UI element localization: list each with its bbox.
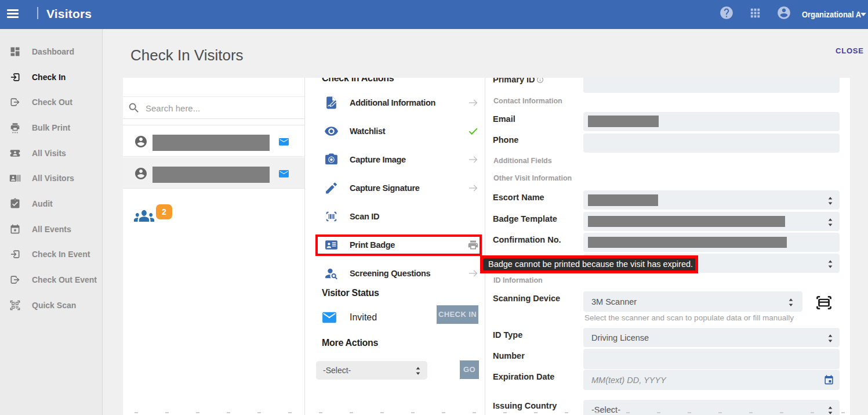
scanning-device-select[interactable]: 3M Scanner (583, 291, 802, 312)
help-icon[interactable] (719, 5, 734, 20)
clipboard-check-icon (9, 198, 21, 210)
sidebar-item-dashboard[interactable]: Dashboard (0, 39, 102, 64)
group-count-badge: 2 (156, 204, 172, 219)
caret-down-icon (860, 13, 866, 16)
badge-template-label: Badge Template (493, 214, 557, 223)
action-capture-image[interactable]: Capture Image (305, 148, 485, 171)
arrow-right-icon (467, 97, 479, 109)
select-arrows-icon (787, 297, 794, 307)
redacted-email (588, 116, 659, 127)
group-visitors-icon[interactable] (134, 210, 154, 222)
sidebar-item-audit[interactable]: Audit (0, 191, 102, 216)
scanner-helper-text: Select the scanner and scan to populate … (584, 313, 794, 322)
sidebar-item-all-visits[interactable]: All Visits (0, 140, 102, 166)
select-arrows-icon (827, 258, 834, 269)
sidebar-item-check-in-event[interactable]: Check In Event (0, 242, 102, 268)
calendar-star-icon (9, 223, 21, 235)
escort-name-label: Escort Name (493, 193, 544, 202)
document-scanner-icon[interactable] (816, 296, 831, 309)
check-in-button[interactable]: CHECK IN (437, 305, 478, 324)
search-input[interactable]: Search here... (146, 103, 200, 113)
check-in-visitors-panel: Search here... 2 Check In Actions Additi… (123, 78, 850, 415)
section-additional-fields: Additional Fields (493, 157, 552, 165)
expiration-date-input[interactable]: MM(text) DD, YYYY (583, 370, 840, 390)
visitor-row[interactable] (123, 125, 304, 157)
email-input[interactable] (583, 112, 840, 131)
more-actions-select[interactable]: -Select- (316, 361, 427, 380)
primary-id-label: Primary ID (493, 78, 544, 84)
badge-template-select[interactable] (583, 212, 840, 231)
redacted-name (152, 135, 270, 151)
number-label: Number (493, 351, 525, 360)
action-capture-signature[interactable]: Capture Signature (305, 176, 485, 200)
email-label: Email (493, 114, 515, 124)
issuing-country-label: Issuing Country (493, 401, 557, 410)
mail-icon (279, 169, 289, 177)
sidebar-item-quick-scan[interactable]: Quick Scan (0, 293, 102, 318)
account-icon[interactable] (776, 5, 791, 20)
apps-grid-icon[interactable] (749, 6, 762, 20)
qr-scan-icon (9, 299, 21, 311)
avatar-icon (134, 167, 148, 181)
action-print-badge[interactable]: Print Badge (305, 233, 485, 257)
info-icon[interactable] (536, 78, 544, 84)
sidebar-item-check-in[interactable]: Check In (0, 64, 102, 90)
id-type-select[interactable]: Driving License (583, 328, 840, 347)
mail-icon (322, 310, 337, 325)
select-arrows-icon (827, 195, 834, 205)
redacted-confirmation (588, 237, 787, 248)
action-watchlist[interactable]: Watchlist (305, 120, 485, 143)
scanning-device-label: Scanning Device (493, 294, 560, 303)
app-title: Visitors (46, 7, 92, 21)
actions-title: Check In Actions (322, 78, 394, 84)
visitor-list-column: Search here... 2 (123, 78, 305, 415)
mail-icon (279, 138, 289, 145)
login-icon (9, 248, 21, 260)
sidebar: Dashboard Check In Check Out Bulk Print … (0, 29, 103, 415)
contacts-card-icon (9, 172, 21, 184)
printer-dots-icon (9, 122, 21, 133)
sidebar-item-check-out[interactable]: Check Out (0, 89, 102, 115)
search-icon (128, 102, 140, 114)
id-type-label: ID Type (493, 330, 522, 340)
escort-name-select[interactable] (583, 190, 840, 210)
action-screening-questions[interactable]: Screening Questions (305, 262, 485, 285)
go-button[interactable]: GO (460, 360, 479, 379)
person-search-icon (324, 266, 339, 281)
check-icon (467, 125, 479, 137)
print-badge-tooltip: Badge cannot be printed because the visi… (480, 255, 698, 273)
sidebar-item-bulk-print[interactable]: Bulk Print (0, 115, 102, 140)
number-input[interactable] (583, 349, 840, 369)
page-title: Check In Visitors (130, 46, 244, 64)
top-bar: Visitors Organizational A (0, 0, 868, 29)
sidebar-item-all-visitors[interactable]: All Visitors (0, 165, 102, 191)
close-button[interactable]: CLOSE (836, 46, 864, 55)
visitor-search[interactable]: Search here... (123, 96, 304, 119)
hamburger-menu-icon[interactable] (7, 9, 19, 20)
login-icon (9, 71, 21, 83)
logout-icon (9, 96, 21, 108)
phone-label: Phone (493, 135, 518, 145)
barcode-scan-icon (324, 210, 339, 224)
title-divider (37, 7, 38, 19)
list-row-partial (123, 119, 304, 125)
select-arrows-icon (827, 333, 834, 343)
section-other-visit-information: Other Visit Information (493, 174, 572, 182)
printer-icon[interactable] (467, 239, 479, 251)
action-scan-id[interactable]: Scan ID (305, 205, 485, 228)
action-additional-information[interactable]: Additional Information (305, 91, 485, 114)
section-contact-information: Contact Information (493, 97, 562, 105)
visit-ticket-icon (9, 147, 21, 159)
visitor-status-value: Invited (350, 312, 377, 323)
check-in-actions-column: Check In Actions Additional Information … (305, 78, 485, 415)
phone-input[interactable] (583, 133, 840, 153)
primary-id-input[interactable] (583, 78, 840, 93)
org-selector[interactable]: Organizational A (802, 9, 861, 19)
pen-icon (324, 181, 339, 196)
visitor-row-selected[interactable] (123, 157, 304, 189)
arrow-right-icon (467, 182, 479, 194)
sidebar-item-all-events[interactable]: All Events (0, 216, 102, 242)
confirmation-no-input[interactable] (583, 233, 840, 252)
calendar-icon[interactable] (823, 374, 834, 385)
sidebar-item-check-out-event[interactable]: Check Out Event (0, 267, 102, 293)
